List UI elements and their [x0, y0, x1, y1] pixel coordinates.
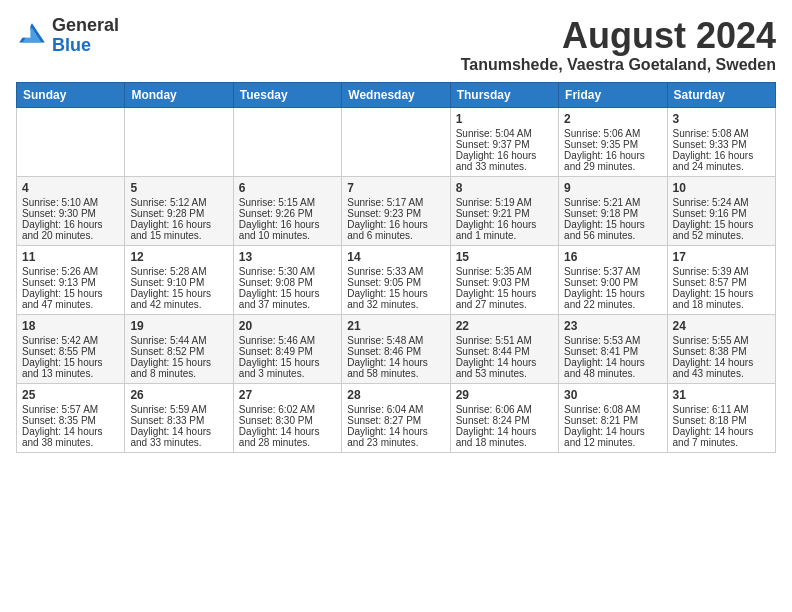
- day-info: Daylight: 14 hours: [130, 426, 227, 437]
- day-info: Daylight: 14 hours: [673, 357, 770, 368]
- day-info: and 47 minutes.: [22, 299, 119, 310]
- day-info: Sunrise: 5:51 AM: [456, 335, 553, 346]
- day-info: and 48 minutes.: [564, 368, 661, 379]
- day-info: and 58 minutes.: [347, 368, 444, 379]
- day-info: Sunrise: 5:39 AM: [673, 266, 770, 277]
- calendar-cell: [125, 107, 233, 176]
- day-number: 12: [130, 250, 227, 264]
- day-info: Daylight: 15 hours: [673, 288, 770, 299]
- day-number: 28: [347, 388, 444, 402]
- day-number: 8: [456, 181, 553, 195]
- day-info: and 56 minutes.: [564, 230, 661, 241]
- day-info: Sunrise: 5:15 AM: [239, 197, 336, 208]
- calendar-cell: 5Sunrise: 5:12 AMSunset: 9:28 PMDaylight…: [125, 176, 233, 245]
- weekday-header-monday: Monday: [125, 82, 233, 107]
- day-number: 27: [239, 388, 336, 402]
- day-info: and 13 minutes.: [22, 368, 119, 379]
- day-info: Daylight: 15 hours: [564, 288, 661, 299]
- day-info: Sunset: 9:05 PM: [347, 277, 444, 288]
- day-info: Sunset: 8:27 PM: [347, 415, 444, 426]
- day-info: Sunrise: 5:08 AM: [673, 128, 770, 139]
- day-info: Sunrise: 5:17 AM: [347, 197, 444, 208]
- day-number: 26: [130, 388, 227, 402]
- day-info: and 22 minutes.: [564, 299, 661, 310]
- day-info: Daylight: 15 hours: [239, 288, 336, 299]
- day-info: and 23 minutes.: [347, 437, 444, 448]
- day-number: 9: [564, 181, 661, 195]
- day-number: 21: [347, 319, 444, 333]
- calendar-cell: 18Sunrise: 5:42 AMSunset: 8:55 PMDayligh…: [17, 314, 125, 383]
- calendar-cell: 24Sunrise: 5:55 AMSunset: 8:38 PMDayligh…: [667, 314, 775, 383]
- logo-blue: Blue: [52, 36, 119, 56]
- day-info: Daylight: 16 hours: [456, 219, 553, 230]
- day-info: Sunset: 8:46 PM: [347, 346, 444, 357]
- day-info: Sunset: 8:38 PM: [673, 346, 770, 357]
- day-info: Sunrise: 5:57 AM: [22, 404, 119, 415]
- day-info: and 12 minutes.: [564, 437, 661, 448]
- day-info: and 42 minutes.: [130, 299, 227, 310]
- day-info: Sunset: 9:28 PM: [130, 208, 227, 219]
- day-info: Daylight: 15 hours: [456, 288, 553, 299]
- svg-rect-2: [16, 20, 30, 38]
- calendar-cell: 25Sunrise: 5:57 AMSunset: 8:35 PMDayligh…: [17, 383, 125, 452]
- day-info: Sunrise: 5:44 AM: [130, 335, 227, 346]
- logo-text: General Blue: [52, 16, 119, 56]
- day-info: and 37 minutes.: [239, 299, 336, 310]
- day-info: Sunset: 9:33 PM: [673, 139, 770, 150]
- day-info: Daylight: 14 hours: [239, 426, 336, 437]
- day-info: Sunrise: 5:35 AM: [456, 266, 553, 277]
- calendar-cell: 6Sunrise: 5:15 AMSunset: 9:26 PMDaylight…: [233, 176, 341, 245]
- day-info: Daylight: 14 hours: [456, 357, 553, 368]
- day-info: Sunset: 9:21 PM: [456, 208, 553, 219]
- calendar-cell: [342, 107, 450, 176]
- day-info: Daylight: 16 hours: [22, 219, 119, 230]
- day-info: and 7 minutes.: [673, 437, 770, 448]
- day-info: Sunset: 8:35 PM: [22, 415, 119, 426]
- day-info: Daylight: 15 hours: [22, 357, 119, 368]
- day-number: 20: [239, 319, 336, 333]
- calendar-cell: 16Sunrise: 5:37 AMSunset: 9:00 PMDayligh…: [559, 245, 667, 314]
- calendar-table: SundayMondayTuesdayWednesdayThursdayFrid…: [16, 82, 776, 453]
- day-number: 10: [673, 181, 770, 195]
- day-info: Daylight: 14 hours: [564, 426, 661, 437]
- day-number: 22: [456, 319, 553, 333]
- calendar-cell: [233, 107, 341, 176]
- day-info: Sunset: 9:26 PM: [239, 208, 336, 219]
- calendar-cell: 21Sunrise: 5:48 AMSunset: 8:46 PMDayligh…: [342, 314, 450, 383]
- day-info: Sunset: 8:57 PM: [673, 277, 770, 288]
- day-info: Daylight: 15 hours: [130, 357, 227, 368]
- day-info: and 33 minutes.: [456, 161, 553, 172]
- day-info: Daylight: 16 hours: [456, 150, 553, 161]
- day-info: and 43 minutes.: [673, 368, 770, 379]
- day-info: Sunset: 9:08 PM: [239, 277, 336, 288]
- day-info: Daylight: 15 hours: [673, 219, 770, 230]
- day-number: 17: [673, 250, 770, 264]
- day-info: Sunrise: 5:37 AM: [564, 266, 661, 277]
- weekday-header-saturday: Saturday: [667, 82, 775, 107]
- day-info: Sunrise: 5:28 AM: [130, 266, 227, 277]
- weekday-header-thursday: Thursday: [450, 82, 558, 107]
- weekday-header-tuesday: Tuesday: [233, 82, 341, 107]
- calendar-cell: 15Sunrise: 5:35 AMSunset: 9:03 PMDayligh…: [450, 245, 558, 314]
- day-info: Daylight: 16 hours: [239, 219, 336, 230]
- day-info: Sunrise: 6:04 AM: [347, 404, 444, 415]
- day-info: and 18 minutes.: [673, 299, 770, 310]
- weekday-header-wednesday: Wednesday: [342, 82, 450, 107]
- week-row-4: 18Sunrise: 5:42 AMSunset: 8:55 PMDayligh…: [17, 314, 776, 383]
- logo: General Blue: [16, 16, 119, 56]
- day-number: 7: [347, 181, 444, 195]
- day-info: and 18 minutes.: [456, 437, 553, 448]
- day-info: Daylight: 14 hours: [347, 357, 444, 368]
- day-number: 18: [22, 319, 119, 333]
- day-info: and 3 minutes.: [239, 368, 336, 379]
- day-info: Sunset: 8:24 PM: [456, 415, 553, 426]
- day-info: Sunrise: 5:48 AM: [347, 335, 444, 346]
- calendar-cell: 17Sunrise: 5:39 AMSunset: 8:57 PMDayligh…: [667, 245, 775, 314]
- day-info: Sunrise: 5:21 AM: [564, 197, 661, 208]
- day-info: and 53 minutes.: [456, 368, 553, 379]
- day-number: 13: [239, 250, 336, 264]
- day-number: 30: [564, 388, 661, 402]
- calendar-cell: 1Sunrise: 5:04 AMSunset: 9:37 PMDaylight…: [450, 107, 558, 176]
- day-info: Sunrise: 5:46 AM: [239, 335, 336, 346]
- day-number: 24: [673, 319, 770, 333]
